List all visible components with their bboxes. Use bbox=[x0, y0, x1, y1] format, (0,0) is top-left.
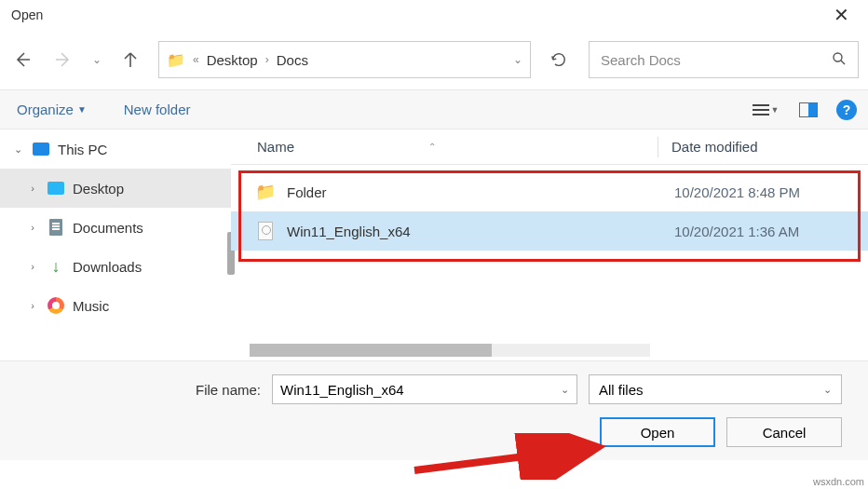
svg-point-0 bbox=[834, 53, 842, 61]
search-box[interactable] bbox=[589, 41, 859, 78]
file-name: Win11_English_x64 bbox=[287, 224, 674, 239]
columns-header: Name ⌃ Date modified bbox=[231, 129, 868, 165]
sidebar-item-label: This PC bbox=[58, 142, 107, 157]
column-name[interactable]: Name ⌃ bbox=[257, 139, 658, 155]
music-icon bbox=[47, 297, 64, 314]
chevron-right-icon[interactable]: › bbox=[26, 261, 39, 272]
filename-input[interactable] bbox=[280, 382, 561, 398]
horizontal-scrollbar[interactable] bbox=[250, 344, 650, 357]
footer: File name: ⌄ All files ⌄ Open Cancel bbox=[0, 360, 868, 460]
open-button[interactable]: Open bbox=[600, 417, 715, 447]
sidebar-item-desktop[interactable]: › Desktop bbox=[0, 169, 231, 208]
refresh-button[interactable] bbox=[540, 51, 577, 68]
file-name: Folder bbox=[287, 184, 674, 200]
chevron-down-icon[interactable]: ⌄ bbox=[11, 143, 24, 156]
pc-icon bbox=[33, 143, 49, 156]
view-button[interactable]: ▼ bbox=[751, 103, 780, 116]
sort-indicator-icon: ⌃ bbox=[428, 142, 436, 152]
forward-button[interactable] bbox=[45, 41, 82, 78]
new-folder-label: New folder bbox=[124, 102, 191, 117]
svg-rect-2 bbox=[808, 102, 818, 116]
recent-locations-button[interactable]: ⌄ bbox=[86, 41, 108, 78]
chevron-right-icon[interactable]: › bbox=[26, 222, 39, 233]
watermark: wsxdn.com bbox=[813, 476, 864, 487]
file-date: 10/20/2021 1:36 AM bbox=[674, 224, 799, 239]
preview-pane-button[interactable] bbox=[793, 102, 823, 117]
toolbar: Organize ▼ New folder ▼ ? bbox=[0, 89, 868, 129]
scrollbar-thumb[interactable] bbox=[250, 344, 492, 357]
sidebar-item-label: Documents bbox=[73, 220, 143, 236]
documents-icon bbox=[49, 219, 62, 236]
sidebar-item-documents[interactable]: › Documents bbox=[0, 208, 231, 247]
filetype-filter[interactable]: All files ⌄ bbox=[589, 374, 842, 404]
address-bar[interactable]: 📁 « Desktop › Docs ⌄ bbox=[158, 41, 531, 78]
column-date[interactable]: Date modified bbox=[671, 139, 758, 155]
column-name-label: Name bbox=[257, 139, 294, 155]
organize-button[interactable]: Organize ▼ bbox=[11, 98, 92, 121]
filter-label: All files bbox=[599, 382, 823, 398]
breadcrumb-separator: « bbox=[193, 53, 199, 66]
main-area: ⌄ This PC › Desktop › Documents › ↓ Down… bbox=[0, 129, 868, 360]
folder-icon: 📁 bbox=[255, 182, 276, 202]
organize-label: Organize bbox=[17, 102, 74, 117]
file-row[interactable]: 📁 Folder 10/20/2021 8:48 PM bbox=[231, 172, 868, 211]
file-row[interactable]: Win11_English_x64 10/20/2021 1:36 AM bbox=[231, 211, 868, 251]
close-button[interactable]: ✕ bbox=[822, 0, 861, 30]
file-date: 10/20/2021 8:48 PM bbox=[674, 184, 800, 200]
sidebar-item-music[interactable]: › Music bbox=[0, 286, 231, 325]
window-title: Open bbox=[7, 7, 822, 22]
back-button[interactable] bbox=[4, 41, 41, 78]
sidebar: ⌄ This PC › Desktop › Documents › ↓ Down… bbox=[0, 129, 231, 360]
chevron-right-icon[interactable]: › bbox=[26, 183, 39, 194]
chevron-down-icon[interactable]: ⌄ bbox=[561, 384, 569, 396]
chevron-down-icon[interactable]: ⌄ bbox=[513, 53, 522, 66]
iso-file-icon bbox=[258, 222, 273, 240]
search-input[interactable] bbox=[601, 52, 832, 68]
sidebar-item-downloads[interactable]: › ↓ Downloads bbox=[0, 247, 231, 286]
sidebar-item-label: Downloads bbox=[73, 259, 142, 275]
chevron-down-icon: ▼ bbox=[77, 104, 87, 115]
breadcrumb-segment[interactable]: Desktop bbox=[207, 52, 258, 68]
file-list-pane: Name ⌃ Date modified 📁 Folder 10/20/2021… bbox=[231, 129, 868, 360]
chevron-right-icon[interactable]: › bbox=[26, 300, 39, 311]
up-button[interactable] bbox=[112, 41, 149, 78]
titlebar: Open ✕ bbox=[0, 0, 868, 30]
cancel-button[interactable]: Cancel bbox=[726, 417, 842, 447]
desktop-icon bbox=[47, 182, 64, 195]
sidebar-item-label: Music bbox=[73, 298, 109, 314]
column-date-label: Date modified bbox=[671, 139, 758, 155]
help-button[interactable]: ? bbox=[836, 100, 857, 120]
search-icon[interactable] bbox=[832, 51, 847, 69]
navigation-row: ⌄ 📁 « Desktop › Docs ⌄ bbox=[0, 30, 868, 89]
folder-icon: 📁 bbox=[167, 51, 185, 69]
filename-combo[interactable]: ⌄ bbox=[272, 374, 577, 404]
sidebar-item-this-pc[interactable]: ⌄ This PC bbox=[0, 129, 231, 169]
chevron-right-icon: › bbox=[265, 53, 269, 66]
filename-label: File name: bbox=[196, 382, 261, 398]
breadcrumb-segment[interactable]: Docs bbox=[277, 52, 308, 68]
column-separator[interactable] bbox=[658, 137, 658, 157]
downloads-icon: ↓ bbox=[52, 258, 61, 275]
chevron-down-icon[interactable]: ⌄ bbox=[823, 384, 832, 396]
new-folder-button[interactable]: New folder bbox=[118, 98, 197, 121]
sidebar-item-label: Desktop bbox=[73, 181, 124, 197]
